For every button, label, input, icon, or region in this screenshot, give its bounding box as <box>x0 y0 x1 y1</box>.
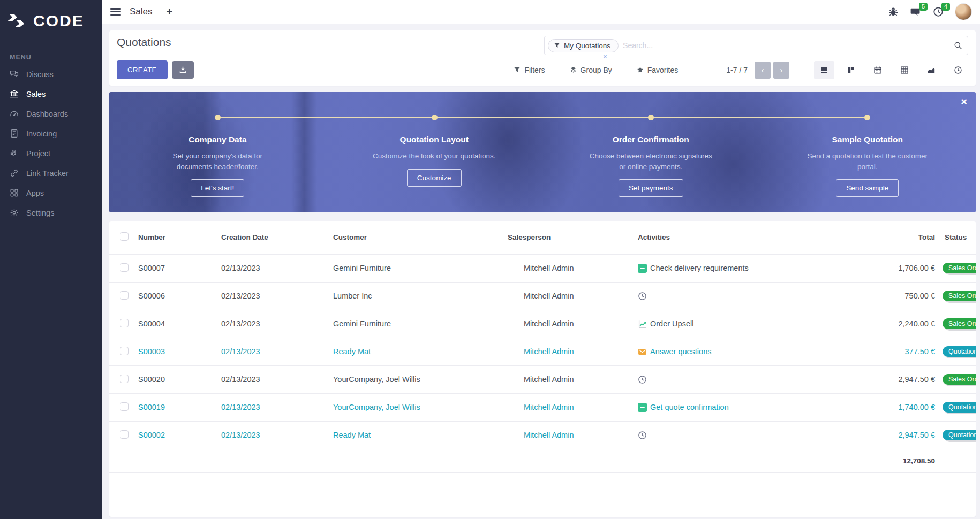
view-calendar-button[interactable] <box>868 61 888 79</box>
cell-salesperson: Mitchell Admin <box>524 375 574 384</box>
row-checkbox[interactable] <box>120 291 129 300</box>
view-kanban-button[interactable] <box>841 61 861 79</box>
column-header-activities[interactable]: Activities <box>636 221 866 254</box>
cell-creation-date: 02/13/2023 <box>219 365 331 393</box>
cell-number: S00020 <box>136 365 219 393</box>
banner-close-icon[interactable]: × <box>961 96 967 107</box>
favorites-button[interactable]: Favorites <box>637 66 679 74</box>
pager-prev-button[interactable]: ‹ <box>755 62 771 79</box>
cell-number: S00003 <box>136 338 219 365</box>
topbar: Sales + 5 4 <box>102 0 980 24</box>
column-header-creation-date[interactable]: Creation Date <box>219 221 331 254</box>
column-header-number[interactable]: Number <box>136 221 219 254</box>
view-switcher <box>814 61 968 79</box>
activity-cell[interactable]: Get quote confirmation <box>638 403 864 412</box>
sidebar-item-label: Project <box>26 149 50 158</box>
cell-total: 1,740.00 € <box>866 393 937 421</box>
cell-customer: Gemini Furniture <box>331 254 506 282</box>
search-icon[interactable] <box>954 41 962 50</box>
row-checkbox[interactable] <box>120 430 129 439</box>
app-logo[interactable]: CODE <box>0 0 102 46</box>
row-checkbox[interactable] <box>120 347 129 355</box>
cell-total: 750.00 € <box>866 282 937 310</box>
quotation-row-S00006[interactable]: S0000602/13/2023Lumber IncMitchell Admin… <box>109 282 976 310</box>
filter-chip-my-quotations[interactable]: My Quotations <box>548 39 619 52</box>
pager-next-button[interactable]: › <box>773 62 789 79</box>
activity-cell[interactable] <box>638 375 864 384</box>
user-avatar[interactable] <box>955 4 971 20</box>
select-all-checkbox[interactable] <box>120 232 129 241</box>
hamburger-menu-icon[interactable] <box>110 8 121 16</box>
activity-cell[interactable] <box>638 431 864 440</box>
layers-icon <box>570 66 577 73</box>
app-window: CODE MENU DiscussSalesDashboardsInvoicin… <box>0 0 980 519</box>
search-bar[interactable]: My Quotations <box>544 36 968 55</box>
create-button[interactable]: CREATE <box>117 60 168 79</box>
activity-cell[interactable]: Check delivery requirements <box>638 264 864 273</box>
quotation-row-S00003[interactable]: S0000302/13/2023Ready MatMitchell AdminA… <box>109 338 976 365</box>
remove-filter-icon[interactable]: × <box>603 52 607 60</box>
view-activity-button[interactable] <box>948 61 968 79</box>
activity-cell[interactable]: Order Upsell <box>638 319 864 329</box>
quotation-row-S00002[interactable]: S0000202/13/2023Ready MatMitchell Admin2… <box>109 421 976 449</box>
timeline-dot <box>215 115 221 120</box>
step-action-button[interactable]: Let's start! <box>191 179 244 197</box>
row-checkbox[interactable] <box>120 319 129 327</box>
status-badge: Sales Order <box>943 291 976 301</box>
activity-cell[interactable] <box>638 292 864 301</box>
pager: 1-7 / 7 ‹ › <box>726 62 789 79</box>
step-action-button[interactable]: Customize <box>407 169 462 187</box>
sidebar-item-apps[interactable]: Apps <box>0 183 102 203</box>
cell-salesperson: Mitchell Admin <box>524 292 574 300</box>
view-pivot-button[interactable] <box>894 61 915 79</box>
settings-icon <box>10 208 19 217</box>
quotation-row-S00019[interactable]: S0001902/13/2023YourCompany, Joel Willis… <box>109 393 976 421</box>
export-button[interactable] <box>172 61 194 79</box>
clock-activity-icon <box>638 292 647 301</box>
status-badge: Quotation <box>943 346 976 357</box>
row-checkbox[interactable] <box>120 375 129 383</box>
column-header-salesperson[interactable]: Salesperson <box>506 221 636 254</box>
salesperson-avatar <box>508 262 519 274</box>
search-controls: Filters Group By Favorites 1-7 / 7 ‹ <box>514 61 968 79</box>
column-header-total[interactable]: Total <box>866 221 937 254</box>
column-header-customer[interactable]: Customer <box>331 221 506 254</box>
sidebar-item-sales[interactable]: Sales <box>0 84 102 104</box>
logo-icon <box>9 14 28 28</box>
activity-label: Answer questions <box>650 347 711 356</box>
sidebar-item-dashboards[interactable]: Dashboards <box>0 104 102 124</box>
bug-icon[interactable] <box>888 6 899 17</box>
quotation-row-S00004[interactable]: S0000402/13/2023Gemini FurnitureMitchell… <box>109 310 976 338</box>
activity-cell[interactable]: Answer questions <box>638 347 864 356</box>
activities-clock-icon[interactable]: 4 <box>933 6 944 17</box>
view-list-button[interactable] <box>814 61 834 79</box>
step-action-button[interactable]: Set payments <box>619 179 683 197</box>
filters-button[interactable]: Filters <box>514 66 545 74</box>
column-header-status[interactable]: Status <box>937 221 976 254</box>
sidebar-item-label: Discuss <box>26 70 54 79</box>
timeline-dot <box>864 115 870 120</box>
group-by-button[interactable]: Group By <box>570 66 612 74</box>
sidebar-item-discuss[interactable]: Discuss <box>0 64 102 84</box>
sidebar: CODE MENU DiscussSalesDashboardsInvoicin… <box>0 0 102 519</box>
quotation-row-S00020[interactable]: S0002002/13/2023YourCompany, Joel Willis… <box>109 365 976 393</box>
cell-salesperson: Mitchell Admin <box>524 264 574 272</box>
sidebar-item-label: Sales <box>26 90 46 98</box>
project-icon <box>10 149 19 158</box>
add-tab-button[interactable]: + <box>167 6 173 18</box>
row-checkbox[interactable] <box>120 263 129 272</box>
sidebar-item-settings[interactable]: Settings <box>0 203 102 223</box>
quotation-row-S00007[interactable]: S0000702/13/2023Gemini FurnitureMitchell… <box>109 254 976 282</box>
messages-icon[interactable]: 5 <box>910 6 921 17</box>
sidebar-item-link-tracker[interactable]: Link Tracker <box>0 163 102 183</box>
sidebar-item-invoicing[interactable]: Invoicing <box>0 124 102 143</box>
row-checkbox[interactable] <box>120 402 129 411</box>
tab-sales[interactable]: Sales <box>130 6 153 17</box>
search-input[interactable] <box>619 41 954 50</box>
cell-total: 377.50 € <box>866 338 937 365</box>
sidebar-item-project[interactable]: Project <box>0 143 102 163</box>
table-header-row: Number Creation Date Customer Salesperso… <box>109 221 976 254</box>
sidebar-item-label: Settings <box>26 209 54 217</box>
step-action-button[interactable]: Send sample <box>836 179 899 197</box>
view-graph-button[interactable] <box>921 61 941 79</box>
